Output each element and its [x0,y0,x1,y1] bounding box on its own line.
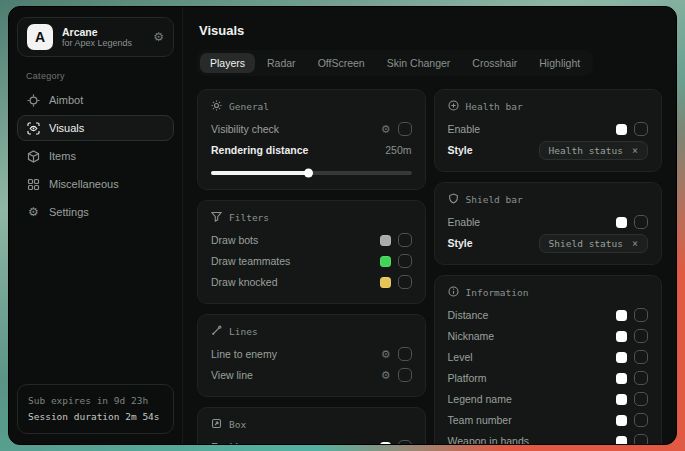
slider-thumb[interactable] [304,169,313,178]
gear-icon: ⚙ [27,206,40,219]
shield-bar-panel: Shield bar Enable Style Shield status [434,182,663,265]
shield-style-select[interactable]: Shield status × [539,234,648,253]
sidebar-item-label: Items [49,150,76,162]
grid-icon [27,178,40,191]
distance-checkbox[interactable] [634,308,648,322]
view-line-checkbox[interactable] [398,368,412,382]
color-swatch[interactable] [616,352,627,363]
row-label: Visibility check [211,123,381,135]
color-swatch[interactable] [616,217,627,228]
color-swatch[interactable] [380,256,391,267]
platform-checkbox[interactable] [634,371,648,385]
sidebar-item-settings[interactable]: ⚙ Settings [17,199,174,225]
row-label: Platform [448,372,617,384]
circle-plus-icon [448,100,459,113]
sidebar-item-miscellaneous[interactable]: Miscellaneous [17,171,174,197]
tab-offscreen[interactable]: OffScreen [308,53,375,73]
sidebar-nav: Aimbot Visuals Items Miscellaneous [17,87,174,225]
sidebar-item-visuals[interactable]: Visuals [17,115,174,141]
eye-scan-icon [27,122,40,135]
panel-title: General [229,101,269,112]
draw-knocked-checkbox[interactable] [398,275,412,289]
main-content: Visuals Players Radar OffScreen Skin Cha… [183,7,676,444]
health-bar-panel: Health bar Enable Style Health status [434,89,663,172]
team-number-checkbox[interactable] [634,413,648,427]
draw-knocked-row: Draw knocked [211,272,412,292]
color-swatch[interactable] [616,331,627,342]
color-swatch[interactable] [380,277,391,288]
line-to-enemy-checkbox[interactable] [398,347,412,361]
row-label: Team number [448,414,617,426]
row-label: View line [211,369,381,381]
panel-title: Information [466,287,529,298]
gear-icon[interactable]: ⚙ [381,349,391,360]
draw-bots-checkbox[interactable] [398,233,412,247]
color-swatch[interactable] [380,442,391,446]
row-label: Rendering distance [211,144,385,156]
legend-name-checkbox[interactable] [634,392,648,406]
sidebar-item-label: Settings [49,206,89,218]
color-swatch[interactable] [380,235,391,246]
row-label: Draw bots [211,234,380,246]
color-swatch[interactable] [616,394,627,405]
sidebar: A Arcane for Apex Legends ⚙ Category Aim… [9,7,183,444]
distance-row: Distance [448,305,649,325]
gear-icon[interactable]: ⚙ [381,124,391,135]
tab-radar[interactable]: Radar [257,53,306,73]
color-swatch[interactable] [616,373,627,384]
close-icon[interactable]: × [632,145,638,156]
gear-icon[interactable]: ⚙ [153,31,164,43]
visibility-check-checkbox[interactable] [398,122,412,136]
row-label: Legend name [448,393,617,405]
color-swatch[interactable] [616,310,627,321]
shield-icon [448,193,459,206]
rendering-distance-slider[interactable] [211,168,412,178]
category-label: Category [26,71,174,81]
sidebar-item-label: Miscellaneous [49,178,119,190]
health-enable-checkbox[interactable] [634,122,648,136]
right-column: Health bar Enable Style Health status [434,89,663,445]
app-subtitle: for Apex Legends [62,38,144,48]
sidebar-item-items[interactable]: Items [17,143,174,169]
health-style-select[interactable]: Health status × [539,141,648,160]
sidebar-item-label: Visuals [49,122,84,134]
row-label: Nickname [448,330,617,342]
cube-icon [27,150,40,163]
box-enable-checkbox[interactable] [398,440,412,445]
row-label: Enable [448,123,617,135]
box-panel: Box Enable Enable background [197,407,426,445]
nickname-row: Nickname [448,326,649,346]
filters-panel: Filters Draw bots Draw teammates [197,200,426,304]
level-checkbox[interactable] [634,350,648,364]
rendering-distance-value: 250m [385,144,411,156]
draw-teammates-checkbox[interactable] [398,254,412,268]
panel-title: Box [229,419,246,430]
draw-teammates-row: Draw teammates [211,251,412,271]
close-icon[interactable]: × [632,238,638,249]
funnel-icon [211,211,222,224]
diagonal-line-icon [211,325,222,338]
shield-enable-row: Enable [448,212,649,232]
draw-bots-row: Draw bots [211,230,412,250]
row-label: Weapon in hands [448,435,617,445]
tag-label: Health status [549,145,623,156]
tabbar: Players Radar OffScreen Skin Changer Cro… [197,50,593,76]
sidebar-item-aimbot[interactable]: Aimbot [17,87,174,113]
weapon-in-hands-checkbox[interactable] [634,434,648,445]
gear-icon[interactable]: ⚙ [381,370,391,381]
nickname-checkbox[interactable] [634,329,648,343]
tab-skin-changer[interactable]: Skin Changer [377,53,461,73]
shield-enable-checkbox[interactable] [634,215,648,229]
tab-crosshair[interactable]: Crosshair [462,53,527,73]
color-swatch[interactable] [616,415,627,426]
tag-label: Shield status [549,238,623,249]
left-column: General Visibility check ⚙ Rendering dis… [197,89,426,445]
row-label: Draw teammates [211,255,380,267]
color-swatch[interactable] [616,124,627,135]
tab-highlight[interactable]: Highlight [529,53,590,73]
row-label: Level [448,351,617,363]
color-swatch[interactable] [616,436,627,446]
rendering-distance-row: Rendering distance 250m [211,140,412,160]
app-logo: A [27,24,53,50]
tab-players[interactable]: Players [200,53,255,73]
